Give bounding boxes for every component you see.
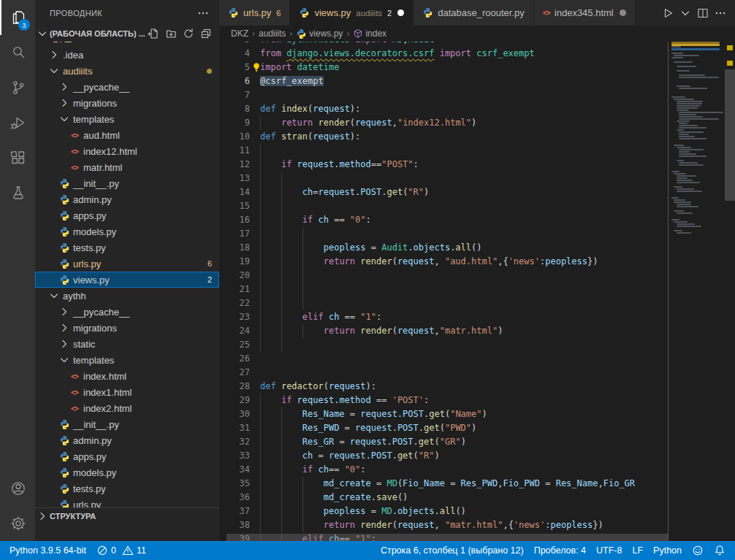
tree-item-migrations[interactable]: migrations bbox=[35, 320, 219, 336]
code-line-20[interactable]: 20 bbox=[219, 269, 668, 283]
code-line-29[interactable]: 29 if request.method == 'POST': bbox=[219, 394, 668, 407]
code-line-12[interactable]: 12 if request.method=="POST": bbox=[219, 158, 668, 172]
horizontal-scrollbar[interactable] bbox=[226, 534, 668, 541]
code-line-22[interactable]: 22 bbox=[219, 296, 668, 310]
overview-ruler[interactable] bbox=[725, 42, 735, 541]
tree-item-index2.html[interactable]: <>index2.html bbox=[35, 400, 219, 416]
tree-item-index.html[interactable]: <>index.html bbox=[35, 368, 219, 384]
code-line-27[interactable]: 27 bbox=[219, 366, 668, 380]
tree-item-urls.py[interactable]: urls.py6 bbox=[35, 256, 219, 272]
code-line-10[interactable]: 10def stran(request): bbox=[219, 130, 668, 144]
tree-item-templates[interactable]: templates bbox=[35, 352, 219, 368]
code-line-4[interactable]: 4from django.views.decorators.csrf impor… bbox=[219, 47, 668, 61]
tree-item-__init__.py[interactable]: __init__.py bbox=[35, 416, 219, 432]
code-line-19[interactable]: 19 return render(request, "aud.html",{'n… bbox=[219, 255, 668, 269]
code-line-35[interactable]: 35 md_create = MD(Fio_Name = Res_PWD,Fio… bbox=[219, 477, 668, 491]
activity-item-extensions[interactable] bbox=[0, 140, 35, 175]
tree-item-admin.py[interactable]: admin.py bbox=[35, 191, 219, 207]
tab-database_roouter.py[interactable]: database_roouter.py bbox=[414, 0, 534, 26]
code-line-17[interactable]: 17 bbox=[219, 227, 668, 241]
tree-item-DKZ[interactable]: DKZ bbox=[35, 42, 219, 47]
tree-item-apps.py[interactable]: apps.py bbox=[35, 448, 219, 464]
code-pane[interactable]: 3from aythh.models import MD,Audit4from … bbox=[219, 42, 668, 541]
dirty-indicator-icon[interactable] bbox=[397, 9, 404, 16]
status-python-interpreter[interactable]: Python 3.9.5 64-bit bbox=[4, 541, 91, 560]
tree-item-.idea[interactable]: .idea bbox=[35, 47, 219, 63]
tree-item-__pycache__[interactable]: __pycache__ bbox=[35, 79, 219, 95]
code-line-16[interactable]: 16 if ch == "0": bbox=[219, 213, 668, 227]
breadcrumb-item-audiiits[interactable]: audiiits bbox=[259, 28, 286, 39]
code-line-14[interactable]: 14 ch=request.POST.get("R") bbox=[219, 185, 668, 199]
tree-item-static[interactable]: static bbox=[35, 336, 219, 352]
code-editor[interactable]: 3from aythh.models import MD,Audit4from … bbox=[219, 42, 735, 541]
code-line-11[interactable]: 11 bbox=[219, 144, 668, 158]
activity-item-account[interactable] bbox=[0, 471, 35, 506]
code-line-32[interactable]: 32 Res_GR = request.POST.get("GR") bbox=[219, 435, 668, 449]
code-line-9[interactable]: 9 return render(request,"index12.html") bbox=[219, 116, 668, 130]
code-line-5[interactable]: 5import datetime bbox=[219, 61, 668, 74]
status-notifications[interactable] bbox=[709, 541, 731, 560]
status-feedback[interactable] bbox=[687, 541, 709, 560]
tree-item-matr.html[interactable]: <>matr.html bbox=[35, 159, 219, 175]
vertical-scrollbar[interactable] bbox=[725, 69, 735, 201]
code-line-18[interactable]: 18 peopless = Audit.objects.all() bbox=[219, 241, 668, 255]
code-line-6[interactable]: 6@csrf_exempt bbox=[219, 74, 668, 88]
activity-item-run-debug[interactable] bbox=[0, 105, 35, 140]
code-line-21[interactable]: 21 bbox=[219, 283, 668, 296]
new-folder-icon[interactable] bbox=[164, 26, 178, 41]
tab-index345.html[interactable]: <>index345.html bbox=[534, 0, 636, 26]
tree-item-aythh[interactable]: aythh bbox=[35, 288, 219, 304]
breadcrumb-item-DKZ[interactable]: DKZ bbox=[231, 28, 248, 39]
code-line-24[interactable]: 24 return render(request,"matr.html") bbox=[219, 324, 668, 338]
workspace-section-header[interactable]: (РАБОЧАЯ ОБЛАСТЬ) ... bbox=[35, 26, 219, 42]
tree-item-templates[interactable]: templates bbox=[35, 111, 219, 127]
lightbulb-icon[interactable] bbox=[251, 62, 262, 72]
tab-urls.py[interactable]: urls.py6 bbox=[219, 0, 290, 26]
tree-item-apps.py[interactable]: apps.py bbox=[35, 207, 219, 223]
split-editor-button[interactable] bbox=[696, 6, 710, 20]
outline-section-header[interactable]: СТРУКТУРА bbox=[35, 507, 219, 524]
status-indentation[interactable]: Пробелов: 4 bbox=[529, 541, 591, 560]
breadcrumb-item-views.py[interactable]: views.py bbox=[296, 28, 343, 39]
code-line-26[interactable]: 26 bbox=[219, 352, 668, 366]
tree-item-__init__.py[interactable]: __init__.py bbox=[35, 175, 219, 191]
code-line-36[interactable]: 36 md_create.save() bbox=[219, 491, 668, 505]
tree-item-admin.py[interactable]: admin.py bbox=[35, 432, 219, 448]
activity-item-testing[interactable] bbox=[0, 175, 35, 210]
tree-item-models.py[interactable]: models.py bbox=[35, 464, 219, 480]
tree-item-models.py[interactable]: models.py bbox=[35, 223, 219, 239]
tab-views.py[interactable]: views.pyaudiiits2 bbox=[290, 0, 414, 26]
code-line-37[interactable]: 37 peopless = MD.objects.all() bbox=[219, 505, 668, 518]
tree-item-audiiits[interactable]: audiiits bbox=[35, 63, 219, 79]
code-line-28[interactable]: 28def redactor(request): bbox=[219, 380, 668, 394]
code-line-25[interactable]: 25 bbox=[219, 338, 668, 352]
tree-item-migrations[interactable]: migrations bbox=[35, 95, 219, 111]
tree-item-index12.html[interactable]: <>index12.html bbox=[35, 143, 219, 159]
code-line-3[interactable]: 3from aythh.models import MD,Audit bbox=[219, 42, 668, 47]
tree-item-tests.py[interactable]: tests.py bbox=[35, 239, 219, 256]
status-problems[interactable]: 011 bbox=[91, 541, 151, 560]
new-file-icon[interactable] bbox=[146, 26, 161, 41]
code-line-31[interactable]: 31 Res_PWD = request.POST.get("PWD") bbox=[219, 421, 668, 435]
activity-item-source-control[interactable] bbox=[0, 70, 35, 105]
breadcrumb-item-index[interactable]: index bbox=[353, 28, 386, 39]
sidebar-more-actions-icon[interactable] bbox=[196, 6, 210, 20]
tree-item-aud.html[interactable]: <>aud.html bbox=[35, 127, 219, 143]
activity-item-settings[interactable] bbox=[0, 506, 35, 541]
status-language-mode[interactable]: Python bbox=[648, 541, 687, 560]
code-line-8[interactable]: 8def index(request): bbox=[219, 102, 668, 116]
run-dropdown[interactable] bbox=[678, 6, 693, 20]
refresh-icon[interactable] bbox=[181, 26, 196, 41]
code-line-33[interactable]: 33 ch = request.POST.get("R") bbox=[219, 449, 668, 463]
tree-item-__pycache__[interactable]: __pycache__ bbox=[35, 304, 219, 320]
dirty-indicator-icon[interactable] bbox=[620, 9, 626, 16]
code-line-15[interactable]: 15 bbox=[219, 199, 668, 213]
more-actions-button[interactable] bbox=[713, 6, 728, 20]
activity-item-explorer[interactable]: 3 bbox=[0, 0, 35, 35]
code-line-13[interactable]: 13 bbox=[219, 172, 668, 185]
activity-item-search[interactable] bbox=[0, 35, 35, 70]
status-cursor-position[interactable]: Строка 6, столбец 1 (выбрано 12) bbox=[376, 541, 529, 560]
tree-item-tests.py[interactable]: tests.py bbox=[35, 480, 219, 496]
code-line-38[interactable]: 38 return render(request, "matr.html",{'… bbox=[219, 518, 668, 532]
tree-item-views.py[interactable]: views.py2 bbox=[35, 272, 219, 288]
